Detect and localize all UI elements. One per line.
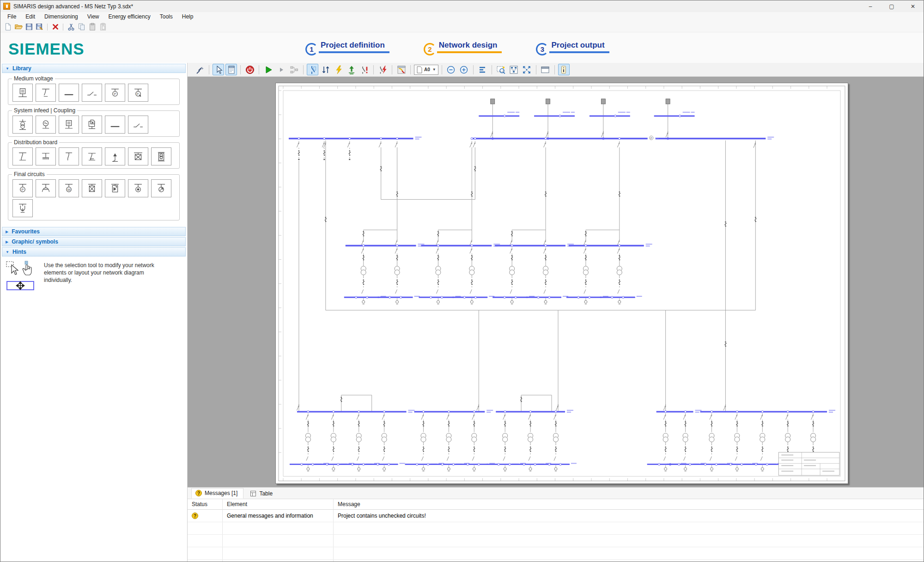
- step-forward-icon[interactable]: [275, 64, 287, 75]
- open-file-icon[interactable]: [13, 22, 23, 32]
- sub-distribution-icon[interactable]: [59, 147, 79, 165]
- hints-section-header[interactable]: ▼ Hints: [2, 247, 186, 257]
- maximize-button[interactable]: ▢: [881, 0, 902, 12]
- mv-network-icon[interactable]: [12, 84, 33, 102]
- diagram-canvas[interactable]: P: [188, 77, 924, 487]
- drawing-sheet[interactable]: P: [275, 83, 848, 484]
- short-circuit-icon[interactable]: [333, 64, 344, 75]
- menu-energy-efficiency[interactable]: Energy efficiency: [104, 12, 155, 21]
- mv-switch-disconnector-icon[interactable]: [36, 84, 56, 102]
- delete-icon[interactable]: [50, 22, 60, 32]
- select-tool-icon[interactable]: [213, 64, 224, 75]
- tab-messages[interactable]: ? Messages [1]: [191, 488, 243, 499]
- step-2-circle: 2: [424, 43, 436, 55]
- library-section-header[interactable]: ▼ Library: [2, 64, 186, 73]
- appliance-icon[interactable]: [82, 179, 102, 197]
- menu-view[interactable]: View: [83, 12, 104, 21]
- svg-text:P: P: [650, 137, 652, 140]
- toolbar-separator: [240, 65, 241, 74]
- column-element[interactable]: Element: [223, 499, 334, 509]
- column-message[interactable]: Message: [334, 499, 924, 509]
- menu-edit[interactable]: Edit: [21, 12, 40, 21]
- run-calculation-icon[interactable]: [262, 64, 274, 75]
- new-file-icon[interactable]: [3, 22, 12, 32]
- transformer-infeed-icon[interactable]: [12, 116, 33, 134]
- cut-icon[interactable]: [66, 22, 76, 32]
- menu-file[interactable]: File: [3, 12, 21, 21]
- zoom-out-icon[interactable]: [445, 64, 457, 75]
- switch-state-icon[interactable]: [307, 64, 318, 75]
- paste-special-icon[interactable]: [98, 22, 108, 32]
- mv-load-icon[interactable]: P: [105, 84, 125, 102]
- page-format-dropdown[interactable]: A0▼: [414, 65, 438, 75]
- sort-feeders-icon[interactable]: [320, 64, 331, 75]
- info-icon[interactable]: [558, 64, 570, 75]
- motor-icon[interactable]: M: [59, 179, 79, 197]
- zoom-in-icon[interactable]: [458, 64, 470, 75]
- fit-view-icon[interactable]: [521, 64, 533, 75]
- tab-table[interactable]: Table: [246, 489, 278, 499]
- power-off-icon[interactable]: [244, 64, 255, 75]
- lighting-icon[interactable]: [128, 179, 148, 197]
- save-as-icon[interactable]: [35, 22, 44, 32]
- workflow-steps: 1 Project definition 2 Network design 3 …: [305, 36, 609, 55]
- main-distribution-icon[interactable]: [12, 147, 33, 165]
- group-switch-icon[interactable]: [82, 147, 102, 165]
- socket-outlet-icon[interactable]: [36, 179, 56, 197]
- paste-icon[interactable]: [87, 22, 97, 32]
- quick-toolbar: [0, 22, 924, 32]
- window-title: SIMARIS design advanced - MS Netz Typ 3.…: [13, 3, 133, 10]
- toolbar-separator: [442, 65, 442, 74]
- generator-infeed-icon[interactable]: [36, 116, 56, 134]
- mv-busbar-icon[interactable]: [59, 84, 79, 102]
- switch-coupling-icon[interactable]: [128, 116, 148, 134]
- menu-dimensioning[interactable]: Dimensioning: [40, 12, 83, 21]
- consumer-box-icon[interactable]: [128, 147, 148, 165]
- close-button[interactable]: ✕: [902, 0, 924, 12]
- align-icon[interactable]: [477, 64, 488, 75]
- transformer-box-icon[interactable]: [151, 147, 171, 165]
- message-text: Project contains unchecked circuits!: [334, 510, 924, 522]
- page-view-icon[interactable]: [225, 64, 237, 75]
- step-network-design[interactable]: 2 Network design: [424, 36, 502, 55]
- favourites-section-header[interactable]: ▶ Favourites: [2, 227, 186, 236]
- overview-icon[interactable]: [508, 64, 520, 75]
- busbar-trunking-icon[interactable]: [36, 147, 56, 165]
- copy-icon[interactable]: [77, 22, 86, 32]
- stationary-load-icon[interactable]: P: [12, 179, 33, 197]
- network-disconnect-icon[interactable]: [288, 64, 300, 75]
- energy-balance-icon[interactable]: [346, 64, 357, 75]
- message-row[interactable]: ? General messages and information Proje…: [188, 510, 924, 522]
- mv-switch-icon[interactable]: [82, 84, 102, 102]
- minimize-button[interactable]: –: [860, 0, 881, 12]
- zoom-selection-icon[interactable]: [495, 64, 507, 75]
- menubar: File Edit Dimensioning View Energy effic…: [0, 12, 924, 22]
- connect-tool-icon[interactable]: [194, 64, 206, 75]
- toolbar-separator: [473, 65, 474, 74]
- column-status[interactable]: Status: [188, 499, 223, 509]
- step-project-output[interactable]: 3 Project output: [536, 36, 609, 55]
- busbar-coupling-icon[interactable]: [105, 116, 125, 134]
- question-status-icon: ?: [192, 513, 198, 519]
- graphic-symbols-section-header[interactable]: ▶ Graphic/ symbols: [2, 237, 186, 246]
- equivalent-network-icon[interactable]: [82, 116, 102, 134]
- catalog-icon[interactable]: [395, 64, 407, 75]
- toolbar-separator: [492, 65, 492, 74]
- hint-text: Use the selection tool to modify your ne…: [44, 262, 165, 293]
- fault-current-icon[interactable]: [377, 64, 389, 75]
- save-icon[interactable]: [24, 22, 34, 32]
- svg-text:P: P: [137, 92, 139, 95]
- riser-connection-icon[interactable]: [105, 147, 125, 165]
- menu-tools[interactable]: Tools: [155, 12, 177, 21]
- frequency-converter-icon[interactable]: [105, 179, 125, 197]
- toolbar-separator: [410, 65, 411, 74]
- switch-warning-icon[interactable]: [359, 64, 370, 75]
- group-medium-voltage: Medium voltage PP: [8, 79, 180, 105]
- variable-load-icon[interactable]: [151, 179, 171, 197]
- menu-help[interactable]: Help: [177, 12, 198, 21]
- step-project-definition[interactable]: 1 Project definition: [305, 36, 389, 55]
- network-infeed-icon[interactable]: [59, 116, 79, 134]
- equipment-load-icon[interactable]: [12, 199, 33, 217]
- mv-motor-icon[interactable]: P: [128, 84, 148, 102]
- new-window-icon[interactable]: [540, 64, 551, 75]
